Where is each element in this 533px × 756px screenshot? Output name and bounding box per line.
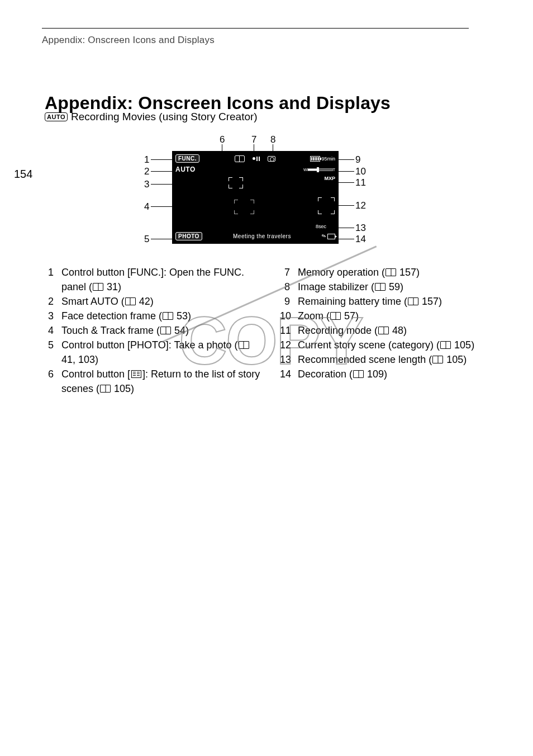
legend-col-right: 7 Memory operation ( 157) 8 Image stabil…	[280, 265, 499, 396]
legend-num: 4	[44, 323, 54, 338]
legend-text: Face detection frame (	[61, 310, 162, 322]
legend-item: 8 Image stabilizer ( 59)	[280, 280, 499, 294]
legend-item: 9 Remaining battery time ( 157)	[280, 294, 499, 309]
book-icon	[239, 341, 249, 349]
callout-12: 12	[355, 200, 366, 211]
legend-text: Decoration (	[298, 368, 353, 380]
zoom-t-label: T	[333, 168, 335, 172]
subtitle: AUTO Recording Movies (using Story Creat…	[45, 111, 258, 123]
story-scene-bracket-icon	[317, 197, 335, 215]
legend-num: 11	[280, 323, 290, 338]
legend-num: 5	[44, 338, 54, 367]
legend-ref: 59)	[386, 281, 403, 292]
legend-num: 9	[280, 294, 290, 309]
callout-3: 3	[144, 179, 149, 190]
legend-ref: 57)	[341, 310, 359, 322]
book-icon	[353, 370, 364, 378]
legend-ref: 105)	[444, 354, 467, 365]
legend-text: Recording mode (	[298, 325, 378, 336]
scene-length: 8sec	[316, 224, 326, 229]
battery-time: 95min	[321, 156, 335, 162]
legend-ref: 41, 103)	[61, 354, 98, 365]
page-number: 154	[14, 168, 32, 181]
book-icon	[378, 327, 389, 334]
auto-mode-label: AUTO	[175, 166, 196, 173]
legend-ref: 105)	[111, 383, 134, 394]
legend-text: Control button [FUNC.]: Open the FUNC. p…	[61, 267, 244, 292]
touch-track-frame-icon	[234, 199, 255, 215]
legend-ref: 42)	[136, 296, 154, 307]
callout-2: 2	[144, 166, 149, 177]
callout-10: 10	[355, 166, 366, 177]
subtitle-text: Recording Movies (using Story Creator)	[71, 111, 258, 123]
legend-item: 2 Smart AUTO ( 42)	[44, 294, 263, 309]
callout-14: 14	[355, 234, 366, 245]
legend-text: Image stabilizer (	[298, 281, 374, 292]
book-icon	[386, 268, 396, 276]
legend-num: 8	[280, 280, 290, 294]
callout-11: 11	[355, 177, 366, 188]
book-icon	[432, 356, 443, 363]
callout-13: 13	[355, 223, 366, 234]
callout-5: 5	[144, 234, 149, 245]
battery-icon	[310, 156, 320, 162]
book-icon	[160, 327, 171, 334]
book-icon	[375, 283, 386, 291]
camera-screen: FUNC. 95min AUTO W T	[172, 151, 339, 244]
leader	[336, 182, 354, 183]
face-detection-frame-icon	[228, 177, 244, 189]
legend-text: Touch & Track frame (	[61, 325, 160, 336]
func-button[interactable]: FUNC.	[175, 154, 199, 163]
legend-item: 3 Face detection frame ( 53)	[44, 309, 263, 323]
story-list-icon	[131, 370, 141, 378]
callout-9: 9	[355, 154, 360, 166]
legend-ref: 157)	[397, 267, 420, 278]
zoom-w-label: W	[303, 168, 307, 172]
legend-num: 6	[44, 367, 54, 396]
zoom-bar[interactable]: W T	[303, 168, 335, 172]
scene-title: Meeting the travelers	[233, 233, 291, 239]
book-icon	[93, 283, 103, 291]
story-list-icon[interactable]	[235, 155, 245, 162]
legend-ref: 48)	[389, 325, 407, 336]
decoration-icon[interactable]: ✎	[322, 233, 335, 239]
legend-num: 14	[280, 367, 290, 381]
legend-num: 1	[44, 265, 54, 294]
legend-text-pre: Control button [	[61, 368, 130, 380]
photo-button[interactable]: PHOTO	[175, 232, 202, 240]
legend-ref: 54)	[172, 325, 189, 336]
legend-ref: 109)	[364, 368, 387, 380]
callout-4: 4	[144, 201, 149, 212]
book-icon	[100, 385, 111, 393]
legend-ref: 105)	[451, 339, 474, 351]
legend-text: Current story scene (category) (	[298, 339, 440, 351]
legend-item: 10 Zoom ( 57)	[280, 309, 499, 323]
legend-item: 14 Decoration ( 109)	[280, 367, 499, 381]
callout-1: 1	[144, 154, 149, 166]
legend: 1 Control button [FUNC.]: Open the FUNC.…	[44, 265, 499, 396]
book-icon	[440, 341, 451, 349]
legend-item: 6 Control button []: Return to the list …	[44, 367, 263, 396]
legend-item: 11 Recording mode ( 48)	[280, 323, 499, 338]
legend-item: 7 Memory operation ( 157)	[280, 265, 499, 280]
legend-text: Memory operation (	[298, 267, 385, 278]
legend-item: 1 Control button [FUNC.]: Open the FUNC.…	[44, 265, 263, 294]
top-rule	[42, 28, 469, 29]
book-icon	[125, 297, 136, 305]
legend-num: 12	[280, 338, 290, 352]
legend-text: Smart AUTO (	[61, 296, 125, 307]
diagram: 6 7 8 1 2 3 4 5 9 10 11 12 13 14	[144, 134, 362, 257]
legend-ref: 157)	[419, 296, 442, 307]
legend-num: 2	[44, 294, 54, 309]
legend-item: 12 Current story scene (category) ( 105)	[280, 338, 499, 352]
legend-num: 13	[280, 352, 290, 367]
image-stabilizer-icon	[268, 156, 275, 162]
legend-text: Zoom (	[298, 310, 330, 322]
auto-badge-icon: AUTO	[45, 112, 68, 121]
legend-num: 10	[280, 309, 290, 323]
legend-num: 3	[44, 309, 54, 323]
legend-col-left: 1 Control button [FUNC.]: Open the FUNC.…	[44, 265, 263, 396]
legend-text: Control button [PHOTO]: Take a photo (	[61, 339, 238, 351]
record-pause-icon	[253, 157, 260, 161]
legend-num: 7	[280, 265, 290, 280]
